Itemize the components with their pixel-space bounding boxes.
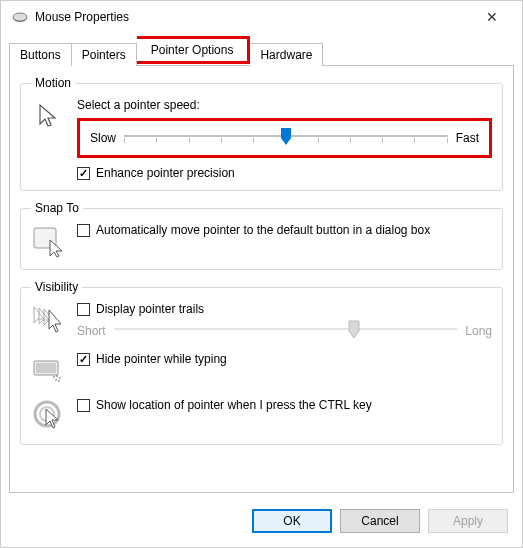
- tab-strip: Buttons Pointers Pointer Options Hardwar…: [1, 33, 522, 65]
- svg-point-7: [59, 377, 61, 379]
- mouse-properties-dialog: Mouse Properties ✕ Buttons Pointers Poin…: [0, 0, 523, 548]
- svg-point-9: [58, 380, 60, 382]
- tab-buttons[interactable]: Buttons: [9, 43, 72, 66]
- trails-slider-thumb: [347, 319, 361, 339]
- motion-legend: Motion: [31, 76, 75, 90]
- close-icon[interactable]: ✕: [472, 9, 512, 25]
- slider-thumb[interactable]: [279, 126, 293, 146]
- show-location-label: Show location of pointer when I press th…: [96, 398, 372, 412]
- svg-point-6: [56, 375, 58, 377]
- cursor-icon: [31, 98, 67, 134]
- hide-while-typing-label: Hide pointer while typing: [96, 352, 227, 366]
- mouse-icon: [11, 10, 29, 24]
- visibility-group: Visibility Display pointer trails Short: [20, 280, 503, 445]
- enhance-precision-checkbox[interactable]: [77, 167, 90, 180]
- window-title: Mouse Properties: [35, 10, 472, 24]
- enhance-precision-label: Enhance pointer precision: [96, 166, 235, 180]
- auto-move-label: Automatically move pointer to the defaul…: [96, 223, 430, 239]
- hide-while-typing-checkbox[interactable]: [77, 353, 90, 366]
- slow-label: Slow: [90, 131, 116, 145]
- tab-pointer-options[interactable]: Pointer Options: [137, 36, 251, 64]
- tab-pointers[interactable]: Pointers: [72, 43, 137, 66]
- titlebar: Mouse Properties ✕: [1, 1, 522, 33]
- auto-move-checkbox[interactable]: [77, 224, 90, 237]
- pointer-speed-slider[interactable]: [124, 127, 448, 149]
- display-trails-checkbox[interactable]: [77, 303, 90, 316]
- svg-point-1: [13, 13, 27, 21]
- svg-point-5: [53, 376, 55, 378]
- tab-content: Motion Select a pointer speed: Slow: [9, 65, 514, 493]
- select-speed-label: Select a pointer speed:: [77, 98, 492, 112]
- snap-to-icon: [31, 223, 67, 259]
- long-label: Long: [465, 324, 492, 338]
- cancel-button[interactable]: Cancel: [340, 509, 420, 533]
- snap-to-legend: Snap To: [31, 201, 83, 215]
- show-location-checkbox[interactable]: [77, 399, 90, 412]
- hide-typing-icon: [31, 352, 67, 388]
- svg-rect-4: [36, 363, 56, 373]
- short-label: Short: [77, 324, 106, 338]
- trails-length-slider: [114, 320, 458, 342]
- apply-button: Apply: [428, 509, 508, 533]
- snap-to-group: Snap To Automatically move pointer to th…: [20, 201, 503, 270]
- speed-highlight-box: Slow Fast: [77, 118, 492, 158]
- tab-hardware[interactable]: Hardware: [250, 43, 323, 66]
- fast-label: Fast: [456, 131, 479, 145]
- display-trails-label: Display pointer trails: [96, 302, 204, 316]
- pointer-trails-icon: [31, 302, 67, 338]
- dialog-buttons: OK Cancel Apply: [1, 501, 522, 547]
- svg-point-8: [55, 379, 57, 381]
- ok-button[interactable]: OK: [252, 509, 332, 533]
- visibility-legend: Visibility: [31, 280, 82, 294]
- motion-group: Motion Select a pointer speed: Slow: [20, 76, 503, 191]
- ctrl-locate-icon: [31, 398, 67, 434]
